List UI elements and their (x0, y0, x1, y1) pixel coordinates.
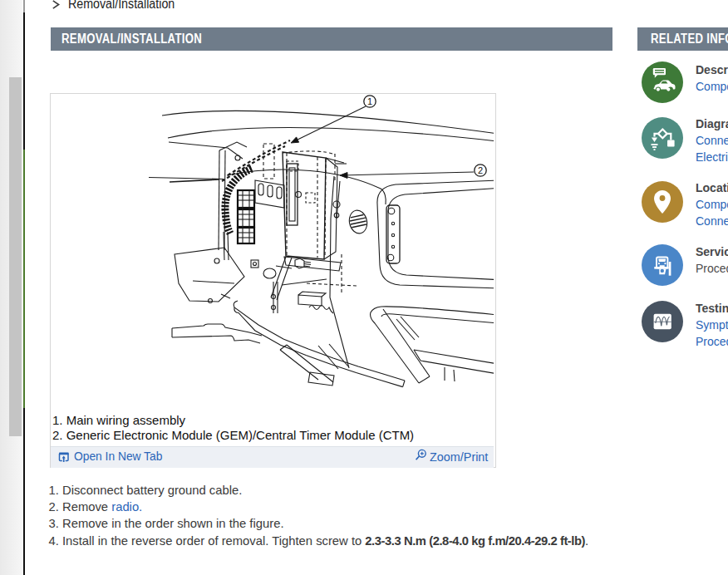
svg-text:1: 1 (367, 96, 372, 106)
svg-text:2: 2 (478, 165, 483, 175)
